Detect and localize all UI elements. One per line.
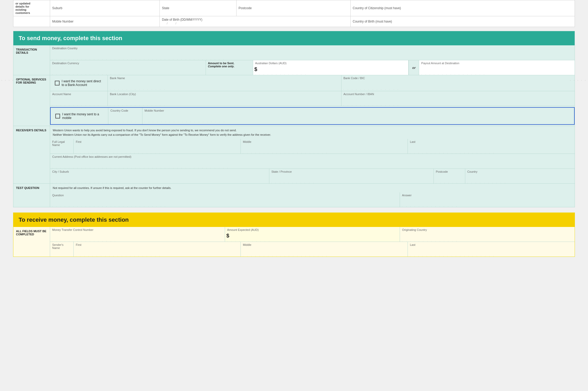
current-address-input[interactable] (50, 159, 575, 167)
address-row: Current Address (Post office box address… (50, 154, 575, 169)
question-input[interactable] (50, 197, 400, 205)
account-name-label: Account Name (50, 91, 108, 96)
send-money-section: To send money, complete this section TRA… (13, 31, 575, 207)
aud-amount-cell: Australian Dollars (AUD) $ . . . . . . .… (253, 60, 409, 75)
bank-code-input[interactable] (341, 80, 575, 88)
account-name-input[interactable] (50, 96, 108, 104)
originating-country-input[interactable] (400, 232, 575, 240)
optional-services-label: OPTIONAL SERVICES FOR SENDING (13, 75, 50, 126)
answer-input[interactable] (400, 197, 575, 205)
destination-currency-input[interactable] (50, 65, 206, 73)
bank-name-cell: Bank Name . . . . . . . . . . . . . . (108, 75, 341, 91)
send-section-header: To send money, complete this section (13, 31, 575, 45)
sender-last-input[interactable] (408, 247, 575, 255)
test-question-label: TEST QUESTION (13, 184, 50, 207)
mtcn-row: Money Transfer Control Number . . . . . … (50, 227, 575, 242)
postcode-field-top: Postcode (236, 0, 350, 16)
dollar-sign-receive: $ (225, 233, 231, 239)
receive-money-section: To receive money, complete this section … (13, 213, 575, 257)
destination-country-input[interactable] (50, 50, 575, 58)
last-name-cell: Last . . . . . . . . . . . . . . . . . .… (408, 139, 575, 154)
mobile-number-label: Mobile Number (142, 108, 574, 113)
bank-checkbox-row: I want the money sent direct to a Bank A… (52, 77, 105, 89)
question-cell: Question . . . . . . . . . . . . . . . .… (50, 192, 400, 207)
mobile-label-top: Mobile Number (52, 20, 73, 23)
account-number-ruler: . . . . . . . . . . . . . . (341, 104, 575, 106)
state-province-input[interactable] (269, 174, 434, 182)
account-number-cell: Account Number / IBAN . . . . . . . . . … (341, 91, 575, 106)
margin-dashes-left: - - - - - (1, 79, 18, 82)
dob-field: Date of Birth (DD/MM/YYYY) / / (160, 16, 350, 27)
amount-expected-label: Amount Expected (AUD) (225, 227, 400, 232)
bank-location-input[interactable] (108, 96, 341, 104)
country-citizenship-field: Country of Citizenship (must have) (350, 0, 575, 16)
last-name-label: Last (408, 139, 575, 144)
mobile-send-row-highlighted: I want the money sent to a mobile Countr… (50, 107, 575, 125)
destination-country-row: Destination Country . . . . . . . . . . … (50, 45, 575, 60)
mobile-checkbox-cell: I want the money sent to a mobile (51, 108, 108, 124)
suburb-label: Suburb (52, 6, 62, 10)
city-suburb-input[interactable] (50, 174, 269, 182)
margin-dashes-right: - - - - - (570, 79, 587, 82)
country-code-ruler: . . . . . . . . (108, 121, 142, 124)
full-name-row: Full Legal Name First . . . . . . . . . … (50, 139, 575, 154)
postcode-cell: Postcode . . . . . . (434, 169, 465, 183)
sender-first-input[interactable] (74, 247, 240, 255)
current-address-cell: Current Address (Post office box address… (50, 154, 575, 169)
amount-sent-cell: Amount to be Sent. Complete one only. (206, 60, 253, 75)
receive-section-header: To receive money, complete this section (13, 213, 575, 227)
middle-name-cell: Middle . . . . . . . . . . . . . . . . .… (241, 139, 408, 154)
transaction-details-label: TRANSACTION DETAILS (13, 45, 50, 75)
receivers-details-row: RECEIVER'S DETAILS Western Union wants t… (13, 126, 575, 184)
mtcn-input[interactable] (50, 232, 225, 240)
bank-name-input[interactable] (108, 80, 341, 88)
question-answer-row: Question . . . . . . . . . . . . . . . .… (50, 192, 575, 207)
country-input[interactable] (465, 174, 575, 182)
account-number-input[interactable] (341, 96, 575, 104)
optional-services-row: OPTIONAL SERVICES FOR SENDING I want the… (13, 75, 575, 126)
aud-ruler: . . . . . . . . . . . . . (253, 73, 409, 75)
first-name-input[interactable] (74, 144, 240, 152)
destination-country-cell: Destination Country . . . . . . . . . . … (50, 45, 575, 60)
mobile-checkbox[interactable] (55, 114, 60, 118)
last-name-input[interactable] (408, 144, 575, 152)
mobile-fields-row: I want the money sent to a mobile Countr… (51, 108, 574, 124)
amount-expected-input[interactable] (231, 232, 400, 240)
bank-account-checkbox[interactable] (55, 81, 60, 85)
bank-account-checkbox-label: I want the money sent direct to a Bank A… (62, 79, 103, 87)
mtcn-label: Money Transfer Control Number (50, 227, 225, 232)
bank-code-ruler: . . . . . . . . . . . . . . (341, 88, 575, 90)
fraud-warning-text: Western Union wants to help you avoid be… (50, 126, 575, 139)
dollar-sign-send: $ (253, 66, 259, 72)
state-province-ruler: . . . . . . . . . . . (269, 182, 434, 183)
senders-name-cell: Sender's Name (50, 242, 74, 257)
sender-middle-ruler: . . . . . . . . . . . . . . . . . . . . … (241, 255, 408, 257)
aud-amount-input[interactable] (259, 65, 409, 73)
middle-name-input[interactable] (241, 144, 408, 152)
mtcn-ruler: . . . . . . . . . . . . . . . . (50, 240, 225, 242)
middle-name-label: Middle (241, 139, 408, 144)
senders-name-label: Sender's Name (50, 242, 73, 250)
city-suburb-ruler: . . . . . . . . . . . . . . . . (50, 182, 269, 183)
middle-name-ruler: . . . . . . . . . . . . . . . . . . . . … (241, 152, 408, 154)
state-field: State (160, 0, 236, 16)
payout-amount-input[interactable] (419, 65, 575, 73)
state-province-label: State / Province (269, 169, 434, 174)
answer-label: Answer (400, 192, 575, 197)
bank-name-label: Bank Name (108, 75, 341, 80)
mobile-checkbox-label: I want the money sent to a mobile (62, 112, 103, 120)
first-name-label: First (74, 139, 240, 144)
answer-cell: Answer . . . . . . . . . . . . . . (400, 192, 575, 207)
transaction-details-content: Destination Country . . . . . . . . . . … (50, 45, 575, 75)
mobile-number-input[interactable] (142, 113, 574, 121)
full-legal-name-label: Full Legal Name (50, 139, 73, 147)
country-label: Country (465, 169, 575, 174)
postcode-input[interactable] (434, 174, 465, 182)
sender-middle-input[interactable] (241, 247, 408, 255)
answer-ruler: . . . . . . . . . . . . . . (400, 205, 575, 207)
sender-first-label: First (74, 242, 240, 247)
country-code-input[interactable] (108, 113, 142, 121)
payout-amount-cell: Payout Amount at Destination . . . . . .… (419, 60, 575, 75)
all-fields-label: All fields must be completed (13, 227, 50, 257)
bank-location-cell: Bank Location (City) . . . . . . . . . .… (108, 91, 341, 106)
